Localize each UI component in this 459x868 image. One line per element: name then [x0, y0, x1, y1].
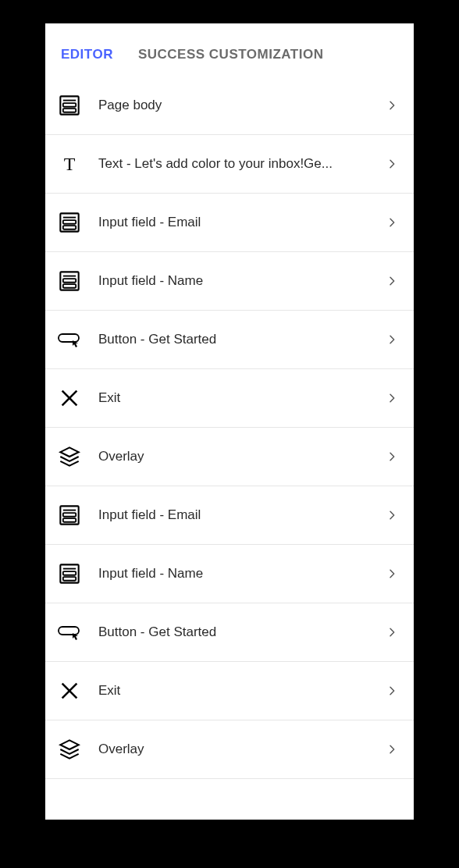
container-icon [56, 94, 83, 117]
tab-editor[interactable]: EDITOR [61, 47, 113, 62]
row-label: Page body [98, 98, 370, 113]
row-text[interactable]: T Text - Let's add color to your inbox!G… [45, 135, 414, 194]
row-page-body[interactable]: Page body [45, 76, 414, 135]
row-label: Input field - Email [98, 215, 370, 230]
editor-panel: EDITOR SUCCESS CUSTOMIZATION Page body T… [45, 23, 414, 820]
layers-icon [56, 445, 83, 468]
row-overlay[interactable]: Overlay [45, 720, 414, 779]
chevron-right-icon [386, 275, 398, 287]
chevron-right-icon [386, 333, 398, 346]
tab-success-customization[interactable]: SUCCESS CUSTOMIZATION [138, 47, 324, 62]
row-label: Exit [98, 390, 370, 406]
chevron-right-icon [386, 99, 398, 112]
row-button-get-started[interactable]: Button - Get Started [45, 603, 414, 662]
row-label: Input field - Name [98, 273, 370, 289]
chevron-right-icon [386, 685, 398, 697]
close-icon [56, 386, 83, 410]
chevron-right-icon [386, 567, 398, 580]
container-icon [56, 211, 83, 234]
row-label: Exit [98, 683, 370, 699]
row-exit[interactable]: Exit [45, 369, 414, 428]
chevron-right-icon [386, 450, 398, 463]
row-input-name[interactable]: Input field - Name [45, 545, 414, 603]
chevron-right-icon [386, 626, 398, 639]
row-label: Input field - Name [98, 566, 370, 582]
row-label: Text - Let's add color to your inbox!Ge.… [98, 156, 370, 172]
row-input-name[interactable]: Input field - Name [45, 252, 414, 311]
row-overlay[interactable]: Overlay [45, 428, 414, 486]
element-list: Page body T Text - Let's add color to yo… [45, 76, 414, 779]
tabs: EDITOR SUCCESS CUSTOMIZATION [45, 23, 414, 76]
row-label: Overlay [98, 449, 370, 464]
row-label: Button - Get Started [98, 624, 370, 640]
row-input-email[interactable]: Input field - Email [45, 194, 414, 252]
container-icon [56, 503, 83, 527]
row-label: Button - Get Started [98, 332, 370, 347]
container-icon [56, 562, 83, 585]
chevron-right-icon [386, 392, 398, 404]
close-icon [56, 679, 83, 703]
chevron-right-icon [386, 216, 398, 229]
button-icon [56, 328, 83, 351]
chevron-right-icon [386, 158, 398, 170]
row-label: Input field - Email [98, 507, 370, 523]
chevron-right-icon [386, 743, 398, 756]
button-icon [56, 621, 83, 644]
row-button-get-started[interactable]: Button - Get Started [45, 311, 414, 369]
container-icon [56, 269, 83, 293]
chevron-right-icon [386, 509, 398, 521]
row-input-email[interactable]: Input field - Email [45, 486, 414, 545]
row-label: Overlay [98, 742, 370, 757]
text-icon: T [56, 152, 83, 176]
row-exit[interactable]: Exit [45, 662, 414, 720]
layers-icon [56, 738, 83, 761]
